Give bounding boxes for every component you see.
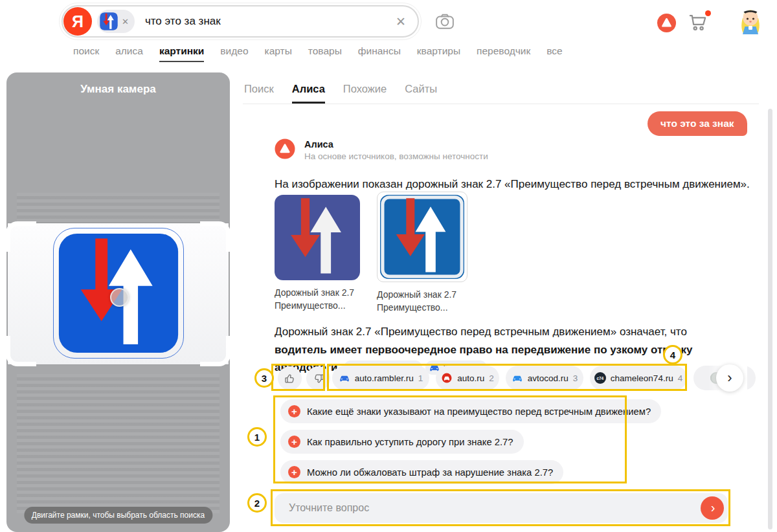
source-label: auto.rambler.ru — [355, 373, 414, 383]
source-rank: 1 — [418, 373, 423, 383]
results-tabs: Поиск Алиса Похожие Сайты — [244, 83, 437, 104]
refine-question-input[interactable] — [287, 502, 701, 515]
alice-name: Алиса — [304, 139, 488, 150]
road-sign-image-1[interactable] — [275, 195, 360, 280]
camera-search-icon[interactable] — [435, 12, 455, 30]
results-scrollbar[interactable] — [768, 109, 772, 529]
remove-image-icon[interactable]: ✕ — [122, 17, 129, 26]
image-result-card-selected[interactable]: Дорожный знак 2.7 Преимущество... — [377, 192, 469, 314]
crop-handle-top-left[interactable] — [6, 221, 36, 252]
image-caption-title: Дорожный знак 2.7 — [275, 286, 366, 299]
camera-panel-title: Умная камера — [6, 83, 230, 96]
tab-similar[interactable]: Похожие — [343, 83, 387, 104]
road-sign-image-2[interactable] — [377, 192, 467, 282]
suggested-questions: + Какие ещё знаки указывают на преимущес… — [280, 399, 661, 484]
crop-handle-bottom-right[interactable] — [200, 336, 230, 366]
sources-row: auto.rambler.ru 1 auto.ru 2 avtocod.ru 3… — [332, 366, 756, 390]
more-sources-button[interactable]: › — [716, 364, 743, 392]
crop-handle-bottom-left[interactable] — [6, 336, 36, 366]
image-caption-subtitle: Преимущество... — [377, 301, 469, 314]
plus-icon: + — [288, 436, 300, 448]
send-arrow-icon: › — [711, 500, 715, 515]
nav-translate[interactable]: переводчик — [477, 45, 530, 62]
suggestion-pill[interactable]: + Можно ли обжаловать штраф за нарушение… — [280, 460, 563, 484]
source-chip-autoru[interactable]: auto.ru 2 — [436, 366, 499, 390]
road-sign-2-7-icon — [275, 195, 360, 280]
source-chip-chameleon74[interactable]: c74 chameleon74.ru 4 — [590, 366, 687, 390]
answer-plain: Дорожный знак 2.7 «Преимущество перед вс… — [275, 326, 687, 338]
suggestion-pill[interactable]: + Как правильно уступить дорогу при знак… — [280, 430, 524, 454]
car-icon — [512, 372, 523, 384]
suggestion-pill[interactable]: + Какие ещё знаки указывают на преимущес… — [280, 399, 661, 423]
suggestion-label: Какие ещё знаки указывают на преимуществ… — [307, 406, 651, 417]
dimmed-image-area-bottom — [17, 374, 220, 513]
suggestion-label: Можно ли обжаловать штраф за нарушение з… — [307, 467, 553, 478]
search-image-chip[interactable]: ✕ — [97, 10, 135, 33]
annotation-number-1: 1 — [247, 427, 267, 447]
chameleon74-favicon: c74 — [594, 372, 606, 384]
annotation-number-2: 2 — [247, 493, 267, 513]
nav-finance[interactable]: финансы — [358, 45, 401, 62]
car-icon — [441, 372, 453, 384]
clear-search-icon[interactable]: ✕ — [396, 14, 406, 29]
tab-search[interactable]: Поиск — [244, 83, 274, 104]
source-rank: 4 — [678, 373, 683, 383]
thumb-down-button[interactable] — [306, 366, 330, 390]
image-caption: Дорожный знак 2.7 Преимущество... — [275, 286, 366, 312]
nav-images[interactable]: картинки — [159, 45, 204, 62]
suggestion-label: Как правильно уступить дорогу при знаке … — [307, 437, 513, 447]
image-result-card[interactable]: Дорожный знак 2.7 Преимущество... — [275, 192, 366, 314]
source-chip-avtocod[interactable]: avtocod.ru 3 — [506, 366, 583, 390]
nav-apartments[interactable]: квартиры — [417, 45, 460, 62]
query-image-thumbnail — [100, 12, 118, 30]
crop-drag-dot[interactable] — [110, 288, 129, 307]
search-input[interactable] — [144, 14, 396, 28]
tab-alice[interactable]: Алиса — [292, 83, 325, 104]
answer-images-row: Дорожный знак 2.7 Преимущество... Дорожн… — [275, 192, 469, 314]
nav-maps[interactable]: карты — [265, 45, 292, 62]
alice-drop-icon — [657, 13, 677, 33]
tab-sites[interactable]: Сайты — [405, 83, 437, 104]
nav-video[interactable]: видео — [220, 45, 248, 62]
thumb-down-icon — [312, 372, 325, 385]
source-rank: 3 — [573, 373, 578, 383]
nav-alice[interactable]: алиса — [115, 45, 143, 62]
answer-intro-text: На изображении показан дорожный знак 2.7… — [275, 178, 750, 191]
camera-hint-tooltip: Двигайте рамки, чтобы выбрать область по… — [24, 507, 212, 524]
tabs-divider — [243, 104, 759, 104]
image-caption: Дорожный знак 2.7 Преимущество... — [377, 288, 469, 314]
source-label: auto.ru — [457, 373, 484, 383]
user-avatar[interactable] — [734, 4, 767, 38]
crop-handle-top-right[interactable] — [200, 221, 230, 252]
user-message-bubble: что это за знак — [648, 111, 747, 136]
yandex-logo[interactable]: Я — [63, 7, 92, 36]
crop-selection-area[interactable] — [8, 223, 229, 364]
annotation-number-4: 4 — [663, 345, 682, 364]
road-sign-2-7-icon — [380, 195, 464, 279]
refine-question-bar[interactable]: › — [275, 493, 728, 523]
thumb-up-icon — [284, 372, 297, 385]
service-nav: поиск алиса картинки видео карты товары … — [73, 45, 563, 62]
nav-search[interactable]: поиск — [73, 45, 99, 62]
yandex-images-page: Я ✕ ✕ — [0, 0, 777, 532]
yandex-logo-letter: Я — [72, 12, 84, 31]
avatar-girl-icon — [734, 4, 767, 38]
thumb-up-button[interactable] — [278, 366, 302, 390]
search-bar[interactable]: Я ✕ ✕ — [62, 5, 419, 38]
send-button[interactable]: › — [701, 496, 724, 520]
image-caption-subtitle: Преимущество... — [275, 299, 366, 312]
alice-answer-header: Алиса На основе источников, возможны нет… — [275, 139, 488, 161]
image-caption-title: Дорожный знак 2.7 — [377, 288, 469, 301]
plus-icon: + — [288, 466, 300, 478]
alice-icon[interactable] — [657, 13, 677, 33]
nav-goods[interactable]: товары — [308, 45, 342, 62]
annotation-number-3: 3 — [254, 368, 274, 388]
car-icon — [339, 372, 350, 384]
smart-camera-panel: Умная камера Двигайте рамки, чтобы выбра… — [6, 72, 230, 532]
source-label: avtocod.ru — [528, 373, 569, 383]
nav-all[interactable]: все — [546, 45, 562, 62]
alice-avatar-icon — [275, 139, 295, 159]
source-chip-rambler[interactable]: auto.rambler.ru 1 — [332, 366, 429, 390]
source-rank: 2 — [489, 373, 494, 383]
feedback-row — [278, 366, 335, 390]
